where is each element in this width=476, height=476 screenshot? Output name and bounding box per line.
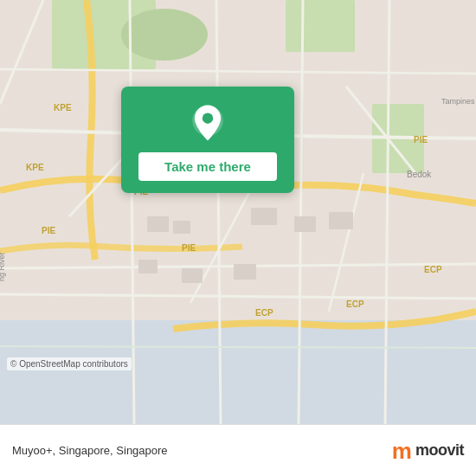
svg-text:ECP: ECP	[346, 299, 364, 309]
location-card: Take me there	[121, 87, 294, 193]
svg-rect-37	[329, 212, 353, 229]
svg-rect-3	[286, 0, 355, 52]
bottom-bar: Muyoo+, Singapore, Singapore m moovit	[0, 424, 476, 476]
svg-rect-35	[251, 208, 277, 225]
moovit-logo: m moovit	[392, 440, 464, 462]
svg-point-5	[121, 9, 208, 61]
svg-rect-34	[173, 221, 190, 234]
map-container: KPE KPE PIE PIE PIE PIE Bedok ECP ECP EC…	[0, 0, 476, 424]
svg-text:Bedok: Bedok	[407, 170, 432, 179]
moovit-m-icon: m	[392, 440, 412, 462]
take-me-there-button[interactable]: Take me there	[138, 152, 277, 181]
copyright-text: © OpenStreetMap contributors	[7, 357, 132, 370]
svg-text:PIE: PIE	[182, 243, 196, 253]
svg-rect-38	[138, 260, 158, 273]
svg-rect-36	[294, 216, 316, 232]
location-text: Muyoo+, Singapore, Singapore	[12, 444, 168, 457]
svg-rect-1	[0, 320, 476, 424]
svg-text:PIE: PIE	[42, 226, 55, 235]
location-pin-icon	[187, 102, 228, 144]
svg-rect-39	[182, 268, 203, 283]
svg-text:ECP: ECP	[424, 265, 442, 274]
svg-text:ng River: ng River	[0, 252, 6, 281]
svg-text:Tampines Rd: Tampines Rd	[441, 97, 476, 106]
svg-rect-40	[234, 264, 256, 280]
moovit-brand-name: moovit	[415, 441, 464, 460]
svg-rect-33	[147, 216, 169, 232]
svg-text:KPE: KPE	[26, 163, 44, 172]
svg-text:KPE: KPE	[54, 103, 72, 113]
svg-text:PIE: PIE	[414, 135, 428, 145]
svg-text:ECP: ECP	[255, 308, 273, 318]
svg-point-42	[203, 113, 213, 123]
